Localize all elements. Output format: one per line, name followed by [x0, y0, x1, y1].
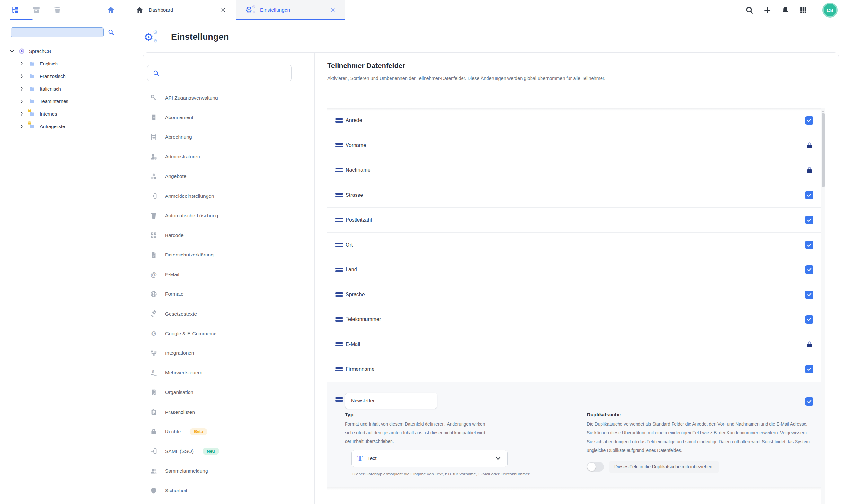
drag-handle[interactable] [335, 143, 343, 147]
drag-handle[interactable] [335, 243, 343, 247]
trash-icon[interactable] [53, 6, 62, 14]
drag-handle[interactable] [335, 318, 343, 322]
home-icon[interactable] [107, 6, 115, 14]
drag-handle[interactable] [335, 367, 343, 372]
field-label: Sprache [345, 292, 365, 298]
tree-item-sprachcb[interactable]: SprachCB [0, 45, 126, 57]
scrollbar-thumb[interactable] [821, 113, 825, 187]
folder-icon [28, 86, 36, 92]
close-icon[interactable] [330, 7, 336, 13]
tree-item-englisch[interactable]: Englisch [0, 57, 126, 70]
settings-menu-item-formate[interactable]: Formate [147, 284, 315, 304]
settings-panel: API ZugangsverwaltungAbonnementAbrechnun… [143, 52, 839, 504]
settings-menu-item-e-mail[interactable]: @E-Mail [147, 265, 315, 284]
menu-item-label: Präsenzlisten [165, 409, 195, 415]
tree-item-italienisch[interactable]: Italienisch [0, 83, 126, 95]
field-row-nachname: Nachname [327, 158, 821, 183]
svg-text:$: $ [152, 370, 154, 374]
settings-menu-item-gesetzestexte[interactable]: Gesetzestexte [147, 304, 315, 324]
settings-menu-item-abonnement[interactable]: Abonnement [147, 108, 315, 127]
drag-handle[interactable] [335, 268, 343, 272]
chevron-right-icon[interactable] [19, 99, 24, 104]
settings-menu-item-organisation[interactable]: Organisation [147, 383, 315, 402]
field-checkbox[interactable] [805, 397, 814, 406]
drag-handle[interactable] [335, 292, 343, 296]
close-icon[interactable] [220, 7, 226, 13]
menu-item-label: Rechte [165, 429, 181, 435]
settings-menu-item-anmeldeeinstellungen[interactable]: Anmeldeeinstellungen [147, 186, 315, 206]
field-checkbox[interactable] [805, 241, 814, 249]
tree-item-teaminternes[interactable]: Teaminternes [0, 95, 126, 108]
drag-handle[interactable] [335, 193, 343, 197]
settings-menu-list: API ZugangsverwaltungAbonnementAbrechnun… [147, 88, 315, 501]
drag-handle[interactable] [335, 397, 343, 401]
chevron-right-icon[interactable] [19, 74, 24, 79]
field-checkbox[interactable] [805, 365, 814, 373]
settings-menu-item-abrechnung[interactable]: Abrechnung [147, 127, 315, 147]
tree-item-franz-sisch[interactable]: Französisch [0, 70, 126, 83]
settings-menu-item-sammelanmeldung[interactable]: Sammelanmeldung [147, 461, 315, 481]
tab-einstellungen[interactable]: ⚙⚙⚙Einstellungen [236, 0, 345, 20]
field-checkbox[interactable] [805, 216, 814, 224]
drag-handle[interactable] [335, 218, 343, 222]
settings-menu-item-datenschutzerkl-rung[interactable]: Datenschutzerklärung [147, 245, 315, 265]
settings-menu-item-sicherheit[interactable]: Sicherheit [147, 481, 315, 501]
field-checkbox[interactable] [805, 266, 814, 274]
field-checkbox[interactable] [805, 315, 814, 324]
settings-menu-item-administratoren[interactable]: Administratoren [147, 147, 315, 167]
chevron-right-icon[interactable] [19, 86, 24, 91]
field-label: Anrede [345, 118, 362, 123]
sidebar-search-row [0, 20, 126, 40]
settings-menu-item-mehrwertsteuern[interactable]: $Mehrwertsteuern [147, 363, 315, 383]
tree-item-label: Internes [40, 111, 57, 116]
tree-view-icon[interactable] [11, 6, 19, 14]
avatar[interactable]: CB [822, 3, 838, 18]
settings-menu-item-api-zugangsverwaltung[interactable]: API Zugangsverwaltung [147, 88, 315, 108]
tree-item-internes[interactable]: Internes [0, 108, 126, 120]
settings-menu-item-barcode[interactable]: Barcode [147, 226, 315, 245]
tree-item-label: Teaminternes [40, 99, 68, 104]
search-icon[interactable] [745, 6, 753, 14]
menu-item-label: Barcode [165, 232, 184, 238]
chevron-right-icon[interactable] [19, 61, 24, 66]
drag-handle[interactable] [335, 119, 343, 123]
sidebar-search-input[interactable] [11, 27, 104, 37]
settings-menu-item-saml-sso[interactable]: SAML (SSO)Neu [147, 442, 315, 461]
archive-icon[interactable] [32, 6, 40, 14]
field-checkbox[interactable] [805, 116, 814, 125]
search-icon [153, 70, 160, 77]
chevron-down-icon[interactable] [10, 49, 15, 54]
folder-icon [28, 98, 36, 104]
settings-menu-item-google-e-commerce[interactable]: GGoogle & E-Commerce [147, 324, 315, 343]
type-select[interactable]: T Text [351, 450, 508, 467]
notifications-icon[interactable] [781, 6, 789, 14]
tab-dashboard[interactable]: Dashboard [126, 0, 236, 20]
settings-menu-item-rechte[interactable]: RechteBeta [147, 422, 315, 442]
clipboard-icon [150, 408, 157, 416]
settings-menu-item-angebote[interactable]: Angebote [147, 167, 315, 186]
tree-item-anfrageliste[interactable]: Anfrageliste [0, 120, 126, 132]
drag-handle[interactable] [335, 342, 343, 346]
section-subtitle: Aktivieren, Sortieren und Umbenennen der… [327, 76, 605, 81]
settings-menu-item-pr-senzlisten[interactable]: Präsenzlisten [147, 402, 315, 422]
settings-menu-item-integrationen[interactable]: Integrationen [147, 343, 315, 363]
drag-handle[interactable] [335, 168, 343, 173]
menu-item-label: Organisation [165, 390, 193, 395]
scroll-up-arrow[interactable] [821, 108, 825, 112]
duplicate-description: Die Duplikatsuche verwendet als Standard… [587, 420, 813, 455]
settings-menu-item-automatische-l-schung[interactable]: Automatische Löschung [147, 206, 315, 226]
field-row-land: Land [327, 257, 821, 283]
field-name-input[interactable] [345, 393, 438, 409]
field-state [805, 191, 814, 199]
duplicate-toggle[interactable] [587, 462, 604, 472]
chevron-right-icon[interactable] [19, 111, 24, 116]
apps-grid-icon[interactable] [799, 6, 807, 14]
settings-search-input[interactable] [163, 65, 288, 81]
field-checkbox[interactable] [805, 191, 814, 199]
add-icon[interactable] [763, 6, 771, 14]
search-icon[interactable] [108, 29, 114, 36]
scrollbar[interactable] [821, 108, 825, 504]
field-checkbox[interactable] [805, 290, 814, 299]
chevron-down-icon [495, 455, 502, 462]
chevron-right-icon[interactable] [19, 124, 24, 129]
